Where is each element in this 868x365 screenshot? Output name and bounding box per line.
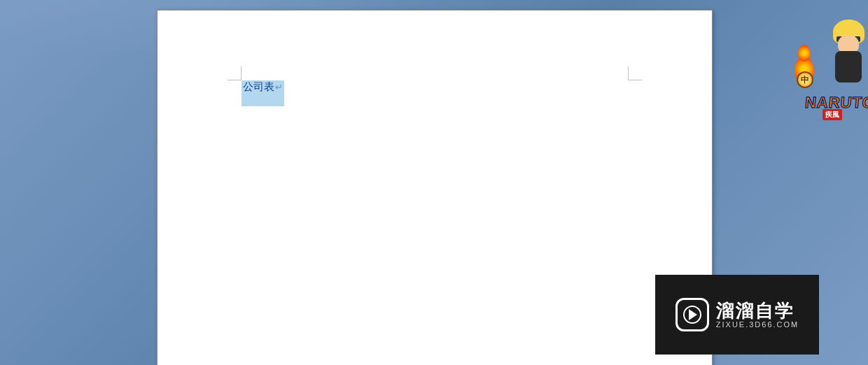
anime-subtitle: 疾風 xyxy=(822,109,842,120)
watermark-title: 溜溜自学 xyxy=(716,301,799,321)
character-artwork: 中 NARUTO 疾風 xyxy=(791,13,868,117)
watermark-overlay: 溜溜自学 ZIXUE.3D66.COM xyxy=(655,275,819,355)
flame-effect xyxy=(791,41,868,96)
margin-guide-top-left xyxy=(227,66,241,80)
watermark-url: ZIXUE.3D66.COM xyxy=(716,320,799,329)
badge-icon: 中 xyxy=(797,71,813,88)
document-text[interactable]: 公司表 xyxy=(243,80,274,92)
watermark-logo-icon xyxy=(676,298,709,331)
margin-guide-top-right xyxy=(628,66,642,80)
character-body xyxy=(822,20,868,90)
watermark-text-group: 溜溜自学 ZIXUE.3D66.COM xyxy=(716,301,799,329)
paragraph-mark-icon: ↵ xyxy=(275,82,283,92)
document-page[interactable]: 公司表↵ xyxy=(157,10,713,365)
selected-text-block[interactable]: 公司表↵ xyxy=(241,80,284,106)
anime-logo-text: NARUTO xyxy=(804,94,868,112)
